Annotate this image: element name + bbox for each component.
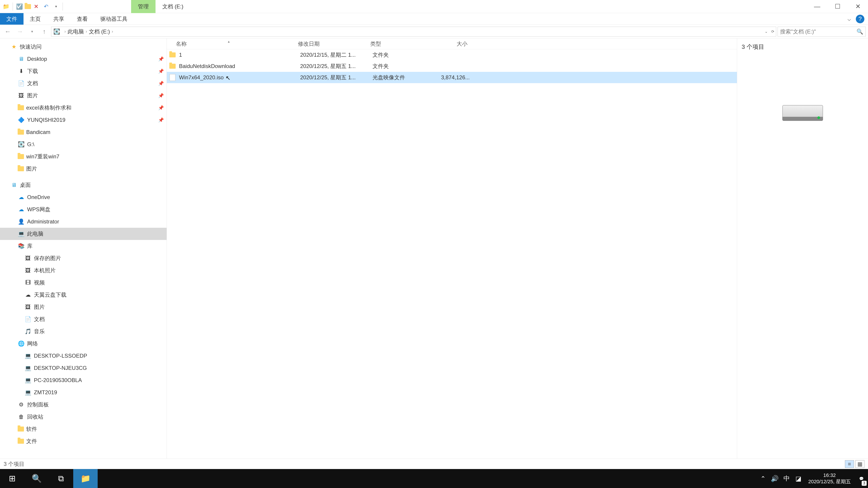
explorer-window: 📁 ☑️ ✕ ↶ ▾ 管理 文档 (E:) — ☐ ✕ 文件 主页 共享 查看 … — [0, 0, 868, 469]
chevron-right-icon[interactable]: › — [112, 29, 113, 34]
folder-icon — [18, 105, 24, 110]
column-header-name[interactable]: 名称▴ — [167, 40, 298, 47]
nav-saved-pics[interactable]: 🖼保存的图片 — [0, 252, 166, 264]
search-box[interactable]: 🔍 — [778, 27, 866, 37]
app-icon[interactable]: 📁 — [1, 2, 11, 11]
status-item-count: 3 个项目 — [4, 460, 24, 468]
nav-documents[interactable]: 📄文档📌 — [0, 77, 166, 90]
minimize-button[interactable]: — — [807, 0, 827, 13]
nav-gdrive[interactable]: 💽G:\ — [0, 138, 166, 151]
nav-yunqishi-folder[interactable]: 🔷YUNQISHI2019📌 — [0, 114, 166, 126]
breadcrumb-seg-thispc[interactable]: 此电脑 — [68, 28, 84, 35]
ribbon-tab-file[interactable]: 文件 — [0, 13, 24, 25]
file-row[interactable]: BaiduNetdiskDownload2020/12/25, 星期五 1...… — [167, 61, 737, 72]
nav-quick-access[interactable]: ★快速访问 — [0, 41, 166, 53]
nav-onedrive[interactable]: ☁OneDrive — [0, 191, 166, 203]
recent-locations-chevron-icon[interactable]: ▾ — [27, 26, 37, 37]
computer-icon: 💻 — [24, 389, 32, 396]
download-icon: ⬇ — [18, 68, 25, 75]
nav-bandicam-folder[interactable]: Bandicam — [0, 126, 166, 138]
column-header-date[interactable]: 修改日期 — [298, 40, 370, 47]
qat-undo-icon[interactable]: ↶ — [41, 2, 51, 11]
navigation-pane[interactable]: ★快速访问 🖥Desktop📌 ⬇下载📌 📄文档📌 🖼图片📌 excel表格制作… — [0, 38, 167, 459]
nav-net-pc4[interactable]: 💻ZMT2019 — [0, 386, 166, 398]
nav-net-pc3[interactable]: 💻PC-20190530OBLA — [0, 374, 166, 386]
search-icon[interactable]: 🔍 — [857, 29, 863, 35]
nav-reinstall-folder[interactable]: win7重装win7 — [0, 151, 166, 163]
picture-icon: 🖼 — [24, 255, 32, 262]
nav-desktop-cn[interactable]: 🖥桌面 — [0, 179, 166, 191]
qat-new-folder-icon[interactable] — [25, 4, 31, 9]
ribbon-tab-home[interactable]: 主页 — [24, 13, 47, 25]
nav-downloads[interactable]: ⬇下载📌 — [0, 65, 166, 77]
file-row[interactable]: Win7x64_2020.iso2020/12/25, 星期五 1...光盘映像… — [167, 72, 737, 83]
file-row[interactable]: 12020/12/15, 星期二 1...文件夹 — [167, 49, 737, 61]
address-dropdown-chevron-icon[interactable]: ⌄ — [765, 29, 768, 34]
breadcrumb[interactable]: 💽 › 此电脑 › 文档 (E:) › ⌄ ⟳ — [51, 27, 776, 37]
contextual-tab-manage[interactable]: 管理 — [131, 0, 156, 13]
nav-lib-pics[interactable]: 🖼图片 — [0, 301, 166, 313]
close-button[interactable]: ✕ — [848, 0, 868, 13]
task-view-button[interactable]: ⧉ — [49, 469, 73, 488]
taskbar-clock[interactable]: 16:32 2020/12/25, 星期五 — [804, 472, 855, 485]
nav-net-pc1[interactable]: 💻DESKTOP-LSSOEDP — [0, 350, 166, 362]
qat-delete-icon[interactable]: ✕ — [31, 2, 41, 11]
search-input[interactable] — [780, 29, 857, 35]
window-controls: — ☐ ✕ — [807, 0, 868, 13]
nav-tianyi[interactable]: ☁天翼云盘下载 — [0, 289, 166, 301]
nav-camera-roll[interactable]: 🖼本机照片 — [0, 264, 166, 276]
maximize-button[interactable]: ☐ — [827, 0, 848, 13]
action-center-button[interactable]: 💬3 — [855, 469, 868, 488]
nav-music[interactable]: 🎵音乐 — [0, 325, 166, 337]
nav-net-pc2[interactable]: 💻DESKTOP-NJEU3CG — [0, 362, 166, 374]
column-header-type[interactable]: 类型 — [370, 40, 431, 47]
ribbon-tab-view[interactable]: 查看 — [70, 13, 94, 25]
nav-software-folder[interactable]: 软件 — [0, 423, 166, 435]
refresh-icon[interactable]: ⟳ — [771, 29, 774, 34]
taskbar-explorer-button[interactable]: 📁 — [73, 469, 98, 488]
nav-files-folder[interactable]: 文件 — [0, 435, 166, 447]
cloud-download-icon: ☁ — [24, 291, 32, 298]
nav-control-panel[interactable]: ⚙控制面板 — [0, 398, 166, 411]
breadcrumb-seg-drive[interactable]: 文档 (E:) — [89, 28, 110, 35]
back-button[interactable]: ← — [2, 26, 13, 37]
nav-pictures[interactable]: 🖼图片📌 — [0, 90, 166, 102]
chevron-right-icon[interactable]: › — [64, 29, 66, 34]
volume-icon[interactable]: 🔊 — [769, 469, 781, 488]
music-icon: 🎵 — [24, 328, 32, 335]
file-date: 2020/12/15, 星期二 1... — [300, 51, 373, 59]
nav-library[interactable]: 📚库 — [0, 240, 166, 252]
nav-wps[interactable]: ☁WPS网盘 — [0, 203, 166, 216]
ime-indicator[interactable]: 中 — [781, 469, 793, 488]
qat-customize-chevron-icon[interactable]: ▾ — [51, 2, 61, 11]
column-header-size[interactable]: 大小 — [431, 40, 472, 47]
qat-properties-icon[interactable]: ☑️ — [15, 2, 24, 11]
nav-this-pc[interactable]: 💻此电脑 — [0, 228, 166, 240]
ribbon-tab-share[interactable]: 共享 — [47, 13, 70, 25]
nav-pics2-folder[interactable]: 图片 — [0, 163, 166, 175]
up-button[interactable]: ↑ — [39, 26, 50, 37]
ribbon-tab-drive-tools[interactable]: 驱动器工具 — [94, 13, 134, 25]
help-icon[interactable]: ? — [856, 15, 864, 23]
view-details-button[interactable]: ≡ — [845, 460, 854, 468]
preview-pane: 3 个项目 — [737, 38, 868, 459]
forward-button[interactable]: → — [14, 26, 25, 37]
nav-recycle-bin[interactable]: 🗑回收站 — [0, 411, 166, 423]
chevron-right-icon[interactable]: › — [86, 29, 87, 34]
view-thumbnails-button[interactable]: ▦ — [855, 460, 864, 468]
nav-network[interactable]: 🌐网络 — [0, 337, 166, 350]
start-button[interactable]: ⊞ — [0, 469, 24, 488]
wps-icon: ☁ — [18, 206, 25, 213]
ribbon-expand-chevron-icon[interactable]: ⌵ — [845, 15, 854, 23]
nav-lib-docs[interactable]: 📄文档 — [0, 313, 166, 325]
nav-admin[interactable]: 👤Administrator — [0, 216, 166, 228]
nav-videos[interactable]: 🎞视频 — [0, 276, 166, 289]
tray-overflow-chevron-icon[interactable]: ⌃ — [757, 469, 769, 488]
tray-app-icon[interactable]: ◪ — [793, 469, 804, 488]
file-list[interactable]: 名称▴ 修改日期 类型 大小 12020/12/15, 星期二 1...文件夹B… — [167, 38, 737, 459]
search-button[interactable]: 🔍 — [24, 469, 49, 488]
picture-icon: 🖼 — [18, 92, 25, 99]
picture-icon: 🖼 — [24, 267, 32, 274]
nav-excel-folder[interactable]: excel表格制作求和📌 — [0, 102, 166, 114]
nav-desktop[interactable]: 🖥Desktop📌 — [0, 53, 166, 65]
